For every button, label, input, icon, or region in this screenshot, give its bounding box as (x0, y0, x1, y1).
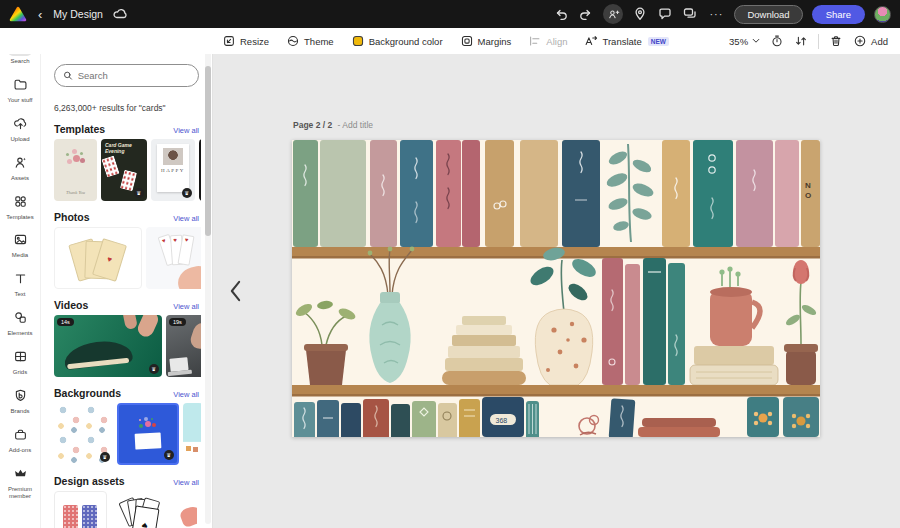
margins-button[interactable]: Margins (460, 34, 512, 48)
undo-icon[interactable] (553, 6, 569, 22)
laptop-art (169, 357, 188, 372)
view-all-design-assets-link[interactable]: View all (173, 478, 199, 487)
sidebar-item-media[interactable]: Media (0, 229, 40, 259)
resize-icon (222, 34, 236, 48)
more-options-icon[interactable]: ··· (707, 9, 725, 20)
spade-pip-icon: ♠ (141, 519, 149, 528)
video-thumbnail[interactable]: 19s (166, 315, 201, 377)
photo-thumbnail[interactable]: ♥ ♥ ♥ (146, 227, 201, 289)
crown-icon (13, 466, 28, 481)
results-count: 6,263,000+ results for "cards" (54, 103, 199, 113)
translate-button[interactable]: Translate NEW (584, 34, 668, 48)
zoom-level-dropdown[interactable]: 35% (729, 36, 760, 47)
document-toolbar: Resize Theme Background color Margins Al… (0, 28, 900, 54)
chevron-down-icon (752, 38, 760, 44)
sidebar-item-templates[interactable]: Templates (0, 191, 40, 221)
hand-art (122, 315, 138, 330)
design-asset-thumbnail[interactable] (177, 491, 197, 528)
video-duration-badge: 19s (169, 318, 186, 326)
background-color-button[interactable]: Background color (351, 34, 443, 48)
premium-crown-icon: ♛ (164, 450, 174, 460)
timer-icon[interactable] (770, 34, 784, 48)
background-thumbnail-selected[interactable]: ♛ (117, 403, 179, 465)
theme-button[interactable]: Theme (286, 34, 334, 48)
svg-text:O: O (805, 191, 811, 200)
top-bar: ‹ My Design ··· Download Share (0, 0, 900, 28)
card-back-art (82, 505, 97, 528)
cloud-sync-icon[interactable] (112, 6, 128, 22)
videos-row: 14s ♛ 19s (54, 315, 201, 377)
premium-crown-icon: ♛ (182, 188, 192, 198)
sidebar-item-assets[interactable]: Assets (0, 152, 40, 182)
chat-threads-icon[interactable] (682, 6, 698, 22)
avatar[interactable] (874, 6, 891, 23)
sidebar-item-upload[interactable]: Upload (0, 113, 40, 143)
photo-art (163, 148, 183, 165)
templates-row: Thank You Card Game Evening ♛ HAPPY ♛ (54, 139, 201, 201)
search-icon (63, 70, 73, 81)
share-button[interactable]: Share (812, 5, 865, 24)
photo-thumbnail[interactable]: ♥ (54, 227, 142, 289)
background-thumbnail[interactable]: ♛ (54, 403, 113, 465)
templates-grid-icon (13, 194, 28, 209)
align-button[interactable]: Align (528, 34, 567, 48)
new-badge: NEW (648, 37, 669, 46)
template-thumbnail[interactable]: Thank You (54, 139, 97, 201)
section-title-photos: Photos (54, 211, 90, 223)
document-title[interactable]: My Design (53, 8, 103, 20)
download-button[interactable]: Download (734, 5, 802, 24)
premium-crown-icon: ♛ (100, 452, 110, 462)
canvas-workspace[interactable]: Page 2 / 2 - Add title (213, 54, 900, 528)
invite-people-button[interactable] (603, 4, 623, 24)
folder-icon (13, 77, 28, 92)
app-logo-icon[interactable] (9, 6, 27, 22)
hand-art (188, 321, 201, 351)
previous-page-button[interactable] (225, 278, 245, 304)
person-icon (13, 155, 28, 170)
view-all-backgrounds-link[interactable]: View all (173, 390, 199, 399)
sidebar-item-add-ons[interactable]: Add-ons (0, 424, 40, 454)
sidebar-item-grids[interactable]: Grids (0, 346, 40, 376)
translate-icon (584, 34, 598, 48)
search-panel: Search ✕ 6,263,000+ results for "cards" … (40, 28, 213, 528)
delete-page-icon[interactable] (829, 34, 843, 48)
resize-button[interactable]: Resize (222, 34, 269, 48)
shield-icon (13, 388, 28, 403)
backgrounds-row: ♛ ♛ (54, 403, 201, 465)
canvas-page[interactable]: N O (292, 140, 820, 437)
sidebar-item-your-stuff[interactable]: Your stuff (0, 74, 40, 104)
view-all-photos-link[interactable]: View all (173, 214, 199, 223)
view-all-videos-link[interactable]: View all (173, 302, 199, 311)
back-chevron-icon[interactable]: ‹ (36, 8, 44, 21)
video-thumbnail[interactable]: 14s ♛ (54, 315, 162, 377)
card-art (101, 155, 119, 177)
template-thumbnail[interactable] (199, 139, 201, 201)
sidebar-item-text[interactable]: Text (0, 268, 40, 298)
add-page-button[interactable]: Add (853, 34, 888, 48)
scrollbar-thumb[interactable] (205, 66, 211, 236)
hand-art (175, 263, 201, 289)
sidebar-item-elements[interactable]: Elements (0, 307, 40, 337)
design-asset-thumbnail[interactable]: ♛ (54, 491, 107, 528)
redo-icon[interactable] (578, 6, 594, 22)
add-circle-icon (853, 34, 867, 48)
comment-icon[interactable] (657, 6, 673, 22)
view-all-templates-link[interactable]: View all (173, 126, 199, 135)
search-input[interactable] (78, 70, 190, 81)
sidebar-item-brands[interactable]: Brands (0, 385, 40, 415)
template-thumbnail[interactable]: Card Game Evening ♛ (101, 139, 147, 201)
svg-text:N: N (805, 181, 811, 190)
template-thumbnail[interactable]: HAPPY ♛ (151, 139, 195, 201)
panel-scrollbar[interactable] (205, 32, 211, 524)
background-thumbnail[interactable] (183, 403, 201, 465)
heart-pip-icon: ♥ (106, 254, 113, 264)
briefcase-icon (13, 427, 28, 442)
location-pin-icon[interactable] (632, 6, 648, 22)
floral-art (73, 155, 80, 162)
design-asset-thumbnail[interactable]: ♠ (111, 491, 173, 528)
sidebar-item-premium-member[interactable]: Premium member (0, 463, 40, 500)
photo-icon (13, 232, 28, 247)
reorder-pages-icon[interactable] (794, 34, 808, 48)
design-assets-row: ♛ ♠ (54, 491, 201, 528)
text-icon (13, 271, 28, 286)
